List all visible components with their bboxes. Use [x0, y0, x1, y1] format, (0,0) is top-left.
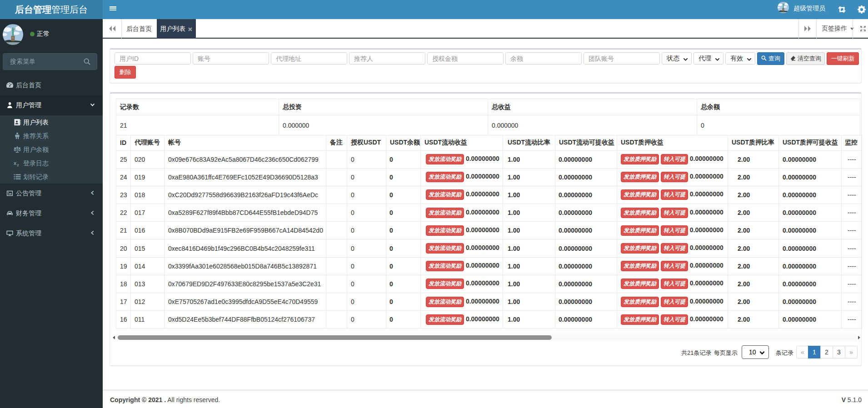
- svg-text:2: 2: [17, 163, 19, 167]
- svg-text:x: x: [14, 160, 17, 166]
